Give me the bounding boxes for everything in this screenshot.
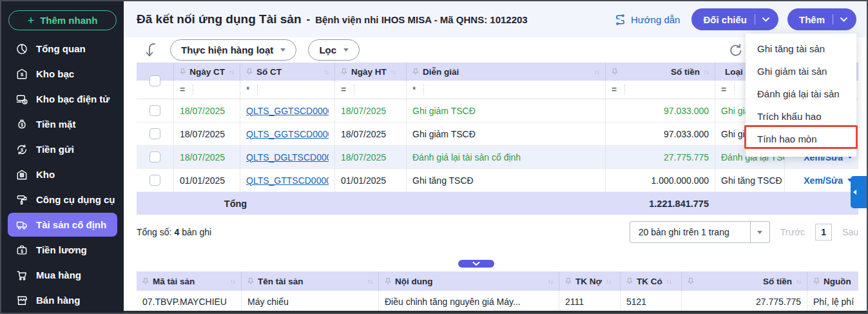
pin-icon[interactable]: [341, 68, 347, 75]
sort-icon[interactable]: ↑↓: [323, 68, 329, 75]
pin-icon[interactable]: [688, 277, 694, 285]
sort-icon[interactable]: ↑↓: [666, 278, 671, 285]
document-link[interactable]: QLTS_GGTSCD0000: [246, 106, 329, 116]
sidebar-item-kho[interactable]: Kho: [8, 162, 117, 186]
row-checkbox[interactable]: [149, 128, 160, 139]
sort-icon[interactable]: ↑↓: [548, 278, 553, 285]
sidebar-item-tai-san-co-dinh[interactable]: Tài sản cố định: [8, 213, 117, 237]
sidebar-item-ban-hang[interactable]: Bán hàng: [8, 288, 117, 312]
sort-icon[interactable]: ↑↓: [367, 278, 372, 285]
pin-icon[interactable]: [412, 68, 419, 75]
add-dropdown-toggle[interactable]: [833, 17, 856, 22]
add-label: Thêm: [787, 14, 833, 25]
column-header-so-ct[interactable]: Số CT ↑↓: [240, 63, 334, 81]
column-header-so-tien[interactable]: Số tiền ↑↓: [605, 63, 715, 81]
jump-to-bottom-icon[interactable]: [143, 42, 159, 59]
refresh-icon[interactable]: [728, 43, 744, 58]
add-button[interactable]: Thêm: [787, 8, 856, 30]
chevron-left-icon: [853, 190, 856, 195]
pin-icon[interactable]: [247, 277, 254, 285]
svg-text:$: $: [21, 147, 23, 152]
total-label: Tổng: [137, 192, 334, 215]
filter-so-tien[interactable]: =: [605, 81, 715, 99]
collapse-panel-handle[interactable]: [458, 260, 494, 268]
sort-icon[interactable]: ↑↓: [796, 278, 801, 285]
row-checkbox[interactable]: [149, 175, 160, 186]
expand-panel-tab[interactable]: [851, 176, 867, 208]
filter-label: Lọc: [319, 44, 336, 55]
sidebar-item-mua-hang[interactable]: Mua hàng: [8, 263, 117, 287]
pin-icon[interactable]: [142, 277, 149, 285]
current-page[interactable]: 1: [815, 224, 832, 240]
filter-ngay-ht[interactable]: =: [334, 81, 406, 99]
sort-icon[interactable]: ↑↓: [594, 68, 599, 75]
pin-icon[interactable]: [612, 68, 618, 75]
sort-icon[interactable]: ↑↓: [391, 68, 396, 75]
compare-button[interactable]: Đối chiếu: [691, 8, 778, 30]
document-link[interactable]: QLTS_GGTSCD0000: [246, 129, 329, 139]
row-checkbox[interactable]: [149, 152, 160, 162]
compare-dropdown-toggle[interactable]: [755, 17, 778, 22]
pin-icon[interactable]: [180, 68, 186, 75]
select-all-checkbox[interactable]: [149, 75, 160, 86]
page-size-select[interactable]: 20 bản ghi trên 1 trang: [630, 221, 770, 243]
next-page-button[interactable]: Sau: [842, 227, 858, 237]
filter-so-ct[interactable]: *: [240, 81, 334, 99]
row-checkbox[interactable]: [149, 105, 160, 116]
sidebar-item-label: Kho: [36, 169, 55, 180]
column-header-tk-co[interactable]: TK Có ↑↓: [620, 271, 681, 291]
column-header-ma-tai-san[interactable]: Mã tài sản ↑↓: [137, 271, 241, 291]
pin-icon[interactable]: [565, 277, 572, 285]
view-edit-button[interactable]: Xem/Sửa: [804, 175, 853, 186]
batch-actions-button[interactable]: Thực hiện hàng loạt: [170, 39, 296, 61]
document-link[interactable]: QLTS_DGLTSCD000: [246, 152, 329, 162]
sidebar-item-tong-quan[interactable]: Tổng quan: [8, 37, 117, 61]
filter-button[interactable]: Lọc: [308, 39, 360, 61]
filter-ngay-ct[interactable]: =: [173, 81, 240, 99]
column-header-tk-no[interactable]: TK Nợ ↑↓: [559, 271, 620, 291]
sidebar-item-kho-bac[interactable]: $ Kho bạc: [8, 62, 117, 86]
sort-icon[interactable]: ↑↓: [230, 278, 235, 285]
menu-item-danh-gia-lai-tai-san[interactable]: Đánh giá lại tài sản: [746, 83, 856, 105]
menu-item-trich-khau-hao[interactable]: Trích khấu hao: [746, 105, 856, 128]
document-link[interactable]: QLTS_GTTSCD0000: [246, 175, 329, 186]
sort-icon[interactable]: ↑↓: [606, 278, 611, 285]
chevron-down-icon: [472, 262, 480, 266]
sidebar-item-tien-luong[interactable]: $ Tiền lương: [8, 238, 117, 262]
cell-dien-giai: Ghi giảm TSCĐ: [406, 99, 605, 122]
pin-icon[interactable]: [813, 277, 820, 285]
sort-icon[interactable]: ↑↓: [704, 68, 709, 75]
detail-row[interactable]: 07.TBVP.MAYCHIEU Máy chiếu Điều chỉnh tă…: [137, 291, 858, 313]
caret-down-icon[interactable]: [750, 222, 769, 242]
table-row[interactable]: 01/01/2025 QLTS_GTTSCD0000 01/01/2025 Gh…: [137, 169, 858, 192]
page-subtitle: Bệnh viện nhi IHOS MISA - Mã QHNS: 10122…: [315, 14, 528, 25]
menu-item-ghi-tang-tai-san[interactable]: Ghi tăng tài sản: [746, 37, 856, 60]
sidebar-item-tien-mat[interactable]: $ Tiền mặt: [8, 112, 117, 136]
prev-page-button[interactable]: Trước: [780, 227, 805, 237]
column-header-noi-dung[interactable]: Nội dung ↑↓: [378, 271, 559, 291]
pagination: 20 bản ghi trên 1 trang Trước 1 Sau: [630, 221, 858, 243]
menu-item-tinh-hao-mon[interactable]: Tính hao mòn: [746, 128, 856, 150]
sidebar-item-tien-gui[interactable]: $ Tiền gửi: [8, 137, 117, 161]
column-header-ngay-ct[interactable]: Ngày CT ↑↓: [173, 63, 240, 81]
pin-icon[interactable]: [246, 68, 253, 75]
sort-icon[interactable]: ↑↓: [229, 68, 234, 75]
sidebar-item-cong-cu-dung-cu[interactable]: Công cụ dụng cụ: [8, 188, 117, 211]
page-title: Đã kết nối ứng dụng Tài sản: [137, 12, 302, 26]
menu-item-ghi-giam-tai-san[interactable]: Ghi giảm tài sản: [746, 60, 856, 83]
column-header-so-tien[interactable]: Số tiền ↑↓: [681, 271, 807, 291]
column-header-ten-tai-san[interactable]: Tên tài sản ↑↓: [241, 271, 378, 291]
sidebar-item-kho-bac-dien-tu[interactable]: $ Kho bạc điện tử: [8, 87, 117, 111]
guide-link[interactable]: Hướng dẫn: [614, 14, 680, 26]
total-amount: 1.221.841.775: [605, 192, 715, 215]
pin-icon[interactable]: [626, 277, 633, 285]
purchasing-icon: [15, 269, 28, 282]
detail-table: Mã tài sản ↑↓ Tên tài sản ↑↓ Nội dung ↑↓…: [137, 271, 858, 313]
column-header-nguon[interactable]: Nguồn: [807, 271, 858, 291]
column-header-ngay-ht[interactable]: Ngày HT ↑↓: [334, 63, 406, 81]
compare-label: Đối chiếu: [691, 14, 755, 25]
column-header-dien-giai[interactable]: Diễn giải ↑↓: [406, 63, 605, 81]
filter-dien-giai[interactable]: *: [406, 81, 605, 99]
pin-icon[interactable]: [385, 277, 391, 285]
quick-add-button[interactable]: + Thêm nhanh: [8, 10, 117, 30]
